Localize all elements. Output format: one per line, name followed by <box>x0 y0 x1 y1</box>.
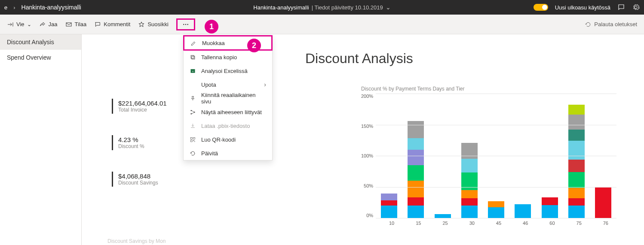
reset-icon <box>585 21 592 28</box>
comment-icon <box>94 21 101 28</box>
svg-rect-15 <box>194 141 195 142</box>
related-icon <box>190 109 196 115</box>
report-name: Hankinta-analyysimalli <box>253 4 309 11</box>
menu-refresh[interactable]: Päivitä <box>184 146 272 160</box>
svg-rect-12 <box>193 137 195 139</box>
svg-point-2 <box>185 24 186 24</box>
export-icon <box>7 21 14 28</box>
more-options-button[interactable] <box>176 18 195 30</box>
chart-yaxis: 200%150%100%50%0% <box>361 94 376 218</box>
ellipsis-icon <box>182 21 189 28</box>
chevron-down-icon: ⌄ <box>27 21 31 27</box>
chart-title: Discount % by Payment Terms Days and Tie… <box>361 86 636 92</box>
pin-icon <box>190 95 196 102</box>
mail-icon <box>65 21 72 28</box>
export-button[interactable]: Vie ⌄ <box>7 21 31 28</box>
share-button[interactable]: Jaa <box>39 21 58 28</box>
qr-icon <box>190 136 196 143</box>
chart-xaxis: 101525304546607576 <box>378 218 619 226</box>
annotation-badge-1: 1 <box>205 20 218 33</box>
kpi-discount-pct: 4.23 % Discount % <box>112 135 167 150</box>
breadcrumb-prefix: e <box>4 4 7 11</box>
svg-rect-11 <box>191 137 193 139</box>
save-copy-icon <box>190 54 196 60</box>
sidebar-item-discount-analysis[interactable]: Discount Analysis <box>0 34 81 50</box>
svg-point-3 <box>187 24 188 24</box>
share-icon <box>39 21 46 28</box>
discount-chart[interactable]: Discount % by Payment Terms Days and Tie… <box>361 86 636 240</box>
kpi-discount-savings: $4,068,848 Discount Savings <box>112 172 167 187</box>
annotation-badge-2: 2 <box>247 39 261 52</box>
new-look-label: Uusi ulkoasu käytössä <box>555 4 610 11</box>
svg-rect-4 <box>191 55 194 58</box>
more-options-menu: Muokkaa Tallenna kopio x Analysoi Exceli… <box>183 35 273 160</box>
menu-download-pbix: Lataa .pbix-tiedosto <box>184 119 272 133</box>
star-icon <box>138 21 145 28</box>
menu-save-copy[interactable]: Tallenna kopio <box>184 50 272 64</box>
chevron-right-icon: › <box>264 81 266 88</box>
favorite-button[interactable]: Suosikki <box>138 21 168 28</box>
sidebar-item-spend-overview[interactable]: Spend Overview <box>0 50 81 65</box>
reset-button[interactable]: Palauta oletukset <box>585 21 637 28</box>
svg-rect-13 <box>191 140 193 142</box>
last-updated[interactable]: | Tiedot päivitetty 10.10.2019 <box>312 4 383 11</box>
new-look-toggle[interactable] <box>534 4 548 11</box>
edit-icon <box>190 40 197 46</box>
chat-icon[interactable] <box>617 3 625 11</box>
comments-button[interactable]: Kommentit <box>94 21 130 28</box>
refresh-icon <box>190 150 196 157</box>
svg-point-9 <box>191 113 192 115</box>
page-title: Discount Analysis <box>305 51 413 67</box>
svg-rect-0 <box>66 23 71 26</box>
app-header: e › Hankinta-analyysimalli Hankinta-anal… <box>0 0 644 15</box>
chart-plot <box>376 94 616 218</box>
menu-embed[interactable]: Upota › <box>184 78 272 91</box>
report-canvas: $221,664,064.01 Total Invoice 4.23 % Dis… <box>82 34 644 245</box>
gear-icon[interactable] <box>632 3 640 11</box>
menu-related[interactable]: Näytä aiheeseen liittyvät <box>184 105 272 119</box>
svg-point-8 <box>191 110 192 111</box>
action-toolbar: Vie ⌄ Jaa Tilaa Kommentit Suosikki Palau… <box>0 15 644 34</box>
kpi-total-invoice: $221,664,064.01 Total Invoice <box>112 99 167 114</box>
truncated-visual-title: Discount Savings by Mon <box>107 238 166 244</box>
chevron-right-icon: › <box>13 4 15 11</box>
menu-analyze-excel[interactable]: x Analysoi Excelissä <box>184 64 272 78</box>
chevron-down-icon[interactable]: ⌄ <box>386 4 391 11</box>
svg-point-10 <box>194 112 195 113</box>
menu-pin-live[interactable]: Kiinnitä reaaliaikainen sivu <box>184 91 272 105</box>
page-nav-sidebar: Discount Analysis Spend Overview <box>0 34 82 245</box>
subscribe-button[interactable]: Tilaa <box>65 21 87 28</box>
download-icon <box>190 123 196 129</box>
svg-point-1 <box>183 24 184 24</box>
breadcrumb-title[interactable]: Hankinta-analyysimalli <box>21 4 81 11</box>
menu-qr[interactable]: Luo QR-koodi <box>184 133 272 146</box>
svg-rect-5 <box>192 56 195 59</box>
excel-icon: x <box>190 68 196 74</box>
svg-rect-14 <box>193 140 194 141</box>
